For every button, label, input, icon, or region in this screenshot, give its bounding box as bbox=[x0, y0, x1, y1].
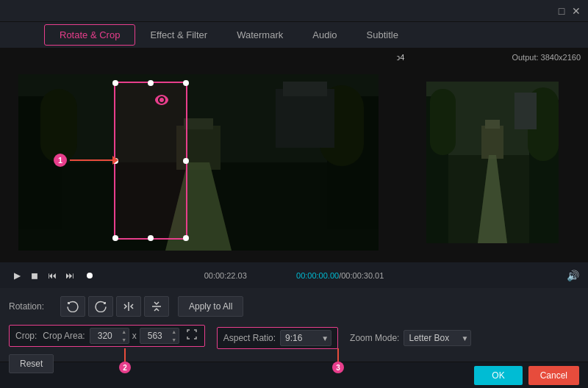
crop-handle-tm[interactable] bbox=[148, 80, 154, 86]
annotation-2-circle: 2 bbox=[119, 362, 131, 373]
crop-handle-bm[interactable] bbox=[148, 235, 154, 241]
crop-height-input[interactable] bbox=[140, 331, 170, 341]
zoom-mode-label: Zoom Mode: bbox=[350, 333, 399, 343]
aspect-ratio-label: Aspect Ratio: bbox=[223, 333, 276, 343]
tab-effect-filter[interactable]: Effect & Filter bbox=[135, 25, 222, 45]
crop-width-input[interactable] bbox=[90, 331, 120, 341]
play-button[interactable]: ▶ bbox=[9, 267, 25, 284]
crop-height-spinners: ▲ ▼ bbox=[170, 328, 179, 344]
next-button[interactable]: ⏭ bbox=[62, 267, 78, 284]
crop-row: Crop: Crop Area: ▲ ▼ x ▲ ▼ bbox=[9, 325, 205, 347]
title-bar: □ ✕ bbox=[0, 0, 588, 22]
crop-overlay[interactable] bbox=[114, 82, 187, 240]
rotation-label: Rotation: bbox=[9, 301, 60, 312]
aspect-ratio-section: Aspect Ratio: 9:16 16:9 4:3 1:1 Custom ▼ bbox=[217, 327, 338, 349]
crop-height-down[interactable]: ▼ bbox=[170, 336, 179, 344]
crop-handle-br[interactable] bbox=[183, 235, 189, 241]
reset-button[interactable]: Reset bbox=[9, 354, 54, 373]
minimize-button[interactable]: □ bbox=[556, 5, 567, 17]
aspect-ratio-select[interactable]: 9:16 16:9 4:3 1:1 Custom bbox=[280, 330, 331, 346]
playback-bar: ▶ ◼ ⏮ ⏭ 00:00:22.03 00:00:00.00/00:00:30… bbox=[0, 262, 588, 288]
apply-to-all-button[interactable]: Apply to All bbox=[178, 296, 243, 317]
crop-width-spinners: ▲ ▼ bbox=[120, 328, 129, 344]
rotate-cw-button[interactable] bbox=[88, 296, 113, 317]
rotate-ccw-button[interactable] bbox=[60, 296, 85, 317]
annotation-3-line bbox=[337, 348, 339, 354]
flip-vertical-button[interactable] bbox=[144, 296, 169, 317]
controls-panel: Rotation: Apply to All Cr bbox=[0, 288, 588, 362]
output-resolution: Output: 3840x2160 bbox=[512, 53, 581, 62]
video-background: 1 bbox=[18, 74, 379, 251]
tab-subtitle[interactable]: Subtitle bbox=[352, 25, 413, 45]
time-played: 00:00:00.00 bbox=[296, 271, 339, 280]
crop-width-up[interactable]: ▲ bbox=[120, 328, 129, 336]
crop-handle-tr[interactable] bbox=[183, 80, 189, 86]
time-total: 00:00:30.01 bbox=[341, 271, 384, 280]
crop-width-down[interactable]: ▼ bbox=[120, 336, 129, 344]
current-time: 00:00:22.03 bbox=[204, 271, 247, 280]
right-preview-svg bbox=[426, 82, 559, 243]
right-preview-image bbox=[426, 82, 559, 243]
zoom-select-wrapper: Letter Box Pan & Scan Full ▼ bbox=[404, 330, 471, 346]
eye-icon[interactable] bbox=[154, 95, 169, 108]
crop-label: Crop: bbox=[15, 331, 37, 341]
annotation-2-line bbox=[124, 348, 126, 354]
annotation-3-arrow bbox=[337, 354, 339, 362]
x-separator: x bbox=[132, 331, 137, 341]
crop-height-up[interactable]: ▲ bbox=[170, 328, 179, 336]
crop-handle-bl[interactable] bbox=[112, 235, 118, 241]
preview-left-panel: 1 bbox=[0, 48, 397, 262]
progress-indicator[interactable] bbox=[87, 273, 93, 279]
rotation-row: Rotation: Apply to All bbox=[9, 294, 579, 319]
annotation-arrow-1 bbox=[70, 159, 114, 161]
aspect-ratio-select-wrapper: 9:16 16:9 4:3 1:1 Custom ▼ bbox=[280, 330, 331, 346]
zoom-mode-section: Zoom Mode: Letter Box Pan & Scan Full ▼ bbox=[350, 330, 471, 346]
crop-handle-mr[interactable] bbox=[183, 158, 189, 164]
tab-rotate-crop[interactable]: Rotate & Crop bbox=[44, 24, 135, 46]
volume-icon[interactable]: 🔊 bbox=[567, 270, 579, 281]
annotation-number-1: 1 bbox=[54, 154, 67, 167]
crop-area-label: Crop Area: bbox=[43, 331, 85, 341]
flip-horizontal-button[interactable] bbox=[116, 296, 141, 317]
crop-resize-icon[interactable] bbox=[185, 328, 198, 344]
tab-watermark[interactable]: Watermark bbox=[222, 25, 298, 45]
preview-area: Original: 1280x720 Virtual Tour It's Mor… bbox=[0, 48, 588, 262]
stop-button[interactable]: ◼ bbox=[26, 267, 43, 284]
close-button[interactable]: ✕ bbox=[570, 5, 582, 17]
annotation-2: 2 bbox=[119, 348, 131, 373]
crop-height-input-group: ▲ ▼ bbox=[140, 328, 179, 344]
zoom-mode-select[interactable]: Letter Box Pan & Scan Full bbox=[404, 330, 471, 346]
annotation-1: 1 bbox=[54, 154, 114, 167]
annotation-3-circle: 3 bbox=[332, 362, 344, 373]
tab-audio[interactable]: Audio bbox=[298, 25, 351, 45]
preview-right-panel bbox=[397, 48, 588, 262]
prev-button[interactable]: ⏮ bbox=[44, 267, 60, 284]
crop-handle-tl[interactable] bbox=[112, 80, 118, 86]
crop-width-input-group: ▲ ▼ bbox=[90, 328, 129, 344]
annotation-2-arrow bbox=[124, 354, 126, 362]
annotation-3: 3 bbox=[332, 348, 344, 373]
tab-bar: Rotate & Crop Effect & Filter Watermark … bbox=[0, 22, 588, 48]
time-display: 00:00:22.03 00:00:00.00/00:00:30.01 bbox=[204, 271, 384, 280]
